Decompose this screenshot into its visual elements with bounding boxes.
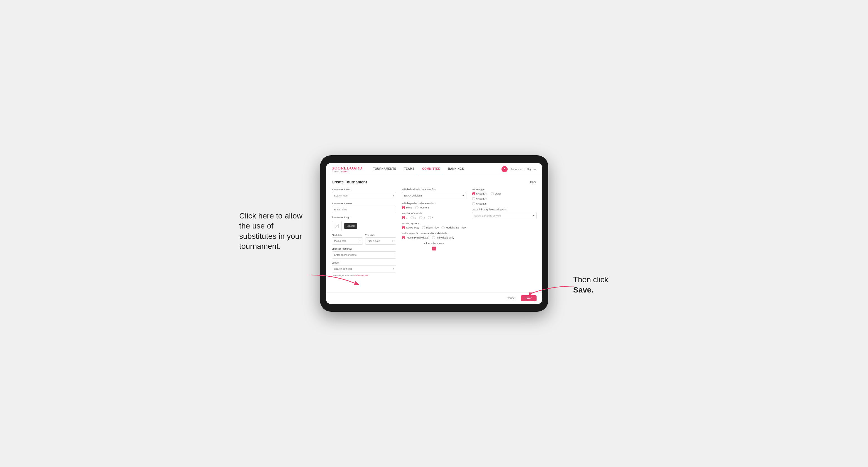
gender-options: Mens Womens [402, 206, 466, 209]
teams-radio[interactable] [402, 236, 405, 239]
tournament-name-input[interactable] [332, 206, 396, 213]
dropdown-icon: ▾ [393, 194, 394, 197]
format-other[interactable]: Other [491, 192, 501, 195]
page-content: Create Tournament Back Tournament Host ▾ [326, 175, 542, 292]
medal-match-play[interactable]: Medal Match Play [441, 226, 466, 229]
match-play-radio[interactable] [422, 226, 425, 229]
date-row: Start date ☐ End date ☐ [332, 234, 396, 245]
end-date-input[interactable] [365, 238, 396, 245]
event-for-options: Teams (+Individuals) Individuals Only [402, 236, 466, 239]
form-col2: Which division is the event for? NCAA Di… [402, 188, 466, 277]
gender-mens-radio[interactable] [402, 206, 405, 209]
format-5count4[interactable]: 5 count 4 [472, 192, 487, 195]
individuals-option[interactable]: Individuals Only [432, 236, 454, 239]
venue-email-link[interactable]: email support [354, 274, 368, 277]
sign-out-link[interactable]: Sign out [527, 168, 536, 170]
page-footer: Cancel Save [326, 292, 542, 304]
avatar: B [501, 166, 507, 172]
start-date-field: Start date ☐ [332, 234, 363, 245]
venue-input[interactable] [332, 265, 396, 273]
tournament-host-label: Tournament Host [332, 188, 396, 191]
teams-option[interactable]: Teams (+Individuals) [402, 236, 429, 239]
rounds-2[interactable]: 2 [410, 216, 416, 219]
rounds-options: 1 2 3 [402, 216, 466, 219]
sponsor-label: Sponsor (optional) [332, 247, 396, 250]
nav-links: TOURNAMENTS TEAMS COMMITTEE RANKINGS [369, 163, 501, 175]
scoring-service-select[interactable]: Select a scoring service [472, 212, 536, 219]
tournament-host-input[interactable] [332, 192, 396, 199]
tournament-host-field: Tournament Host ▾ [332, 188, 396, 199]
gender-womens-radio[interactable] [415, 206, 418, 209]
rounds-3-radio[interactable] [419, 216, 423, 219]
back-button[interactable]: Back [528, 181, 536, 184]
tournament-name-field: Tournament name [332, 202, 396, 213]
sponsor-input[interactable] [332, 251, 396, 258]
format-5count4-radio[interactable] [472, 192, 475, 195]
format-6count4[interactable]: 6 count 4 [472, 197, 536, 200]
rounds-2-radio[interactable] [410, 216, 414, 219]
venue-help: Can't find your venue? email support [332, 274, 396, 277]
tournament-name-label: Tournament name [332, 202, 396, 205]
allow-substitutes-field: Allow substitutes? ✓ [402, 242, 466, 250]
logo-text: SCOREBOARD [332, 166, 363, 170]
form-col1: Tournament Host ▾ Tournament name Tourna [332, 188, 396, 277]
rounds-field: Number of rounds 1 2 [402, 212, 466, 219]
scoring-system-options: Stroke Play Match Play Medal Match Play [402, 226, 466, 229]
logo-placeholder-icon [332, 221, 342, 231]
scoring-service-field: Use third-party live scoring API? Select… [472, 208, 536, 219]
nav-separator: | [524, 168, 525, 170]
nav-committee[interactable]: COMMITTEE [418, 163, 444, 175]
venue-field: Venue ▾ Can't find your venue? email sup… [332, 261, 396, 277]
cancel-button[interactable]: Cancel [504, 295, 518, 301]
venue-dropdown-icon: ▾ [393, 268, 394, 270]
rounds-1[interactable]: 1 [402, 216, 408, 219]
division-label: Which division is the event for? [402, 188, 466, 191]
scoring-system-field: Scoring system Stroke Play [402, 222, 466, 229]
nav-user: B blair admin | Sign out [501, 166, 536, 172]
nav-teams[interactable]: TEAMS [400, 163, 418, 175]
upload-button[interactable]: Upload [344, 223, 358, 229]
logo-area: SCOREBOARD Powered by clippd [332, 166, 363, 172]
event-for-label: Is this event for Teams and/or Individua… [402, 232, 466, 235]
rounds-label: Number of rounds [402, 212, 466, 215]
nav-bar: SCOREBOARD Powered by clippd TOURNAMENTS… [326, 163, 542, 175]
tournament-logo-label: Tournament logo [332, 216, 396, 219]
format-row-1: 5 count 4 Other [472, 192, 536, 195]
stroke-play-radio[interactable] [402, 226, 405, 229]
start-date-input[interactable] [332, 238, 363, 245]
annotation-right: Then click Save. [573, 275, 629, 295]
start-date-label: Start date [332, 234, 363, 237]
rounds-4[interactable]: 4 [428, 216, 434, 219]
stroke-play[interactable]: Stroke Play [402, 226, 419, 229]
rounds-3[interactable]: 3 [419, 216, 425, 219]
page-title: Create Tournament [332, 180, 367, 184]
nav-rankings[interactable]: RANKINGS [444, 163, 468, 175]
gender-womens[interactable]: Womens [415, 206, 429, 209]
individuals-radio[interactable] [432, 236, 435, 239]
gender-mens[interactable]: Mens [402, 206, 412, 209]
gender-label: Which gender is the event for? [402, 202, 466, 205]
division-select[interactable]: NCAA Division I [402, 192, 466, 199]
medal-match-play-radio[interactable] [441, 226, 445, 229]
rounds-1-radio[interactable] [402, 216, 405, 219]
format-6count5[interactable]: 6 count 5 [472, 202, 536, 206]
logo-powered: Powered by clippd [332, 170, 363, 172]
match-play[interactable]: Match Play [422, 226, 439, 229]
format-6count5-radio[interactable] [472, 202, 475, 206]
scoring-system-label: Scoring system [402, 222, 466, 225]
scoring-service-label: Use third-party live scoring API? [472, 208, 536, 211]
annotation-left: Click here to allow the use of substitut… [239, 211, 312, 252]
gender-field: Which gender is the event for? Mens [402, 202, 466, 209]
event-for-field: Is this event for Teams and/or Individua… [402, 232, 466, 239]
tablet-device: SCOREBOARD Powered by clippd TOURNAMENTS… [320, 155, 548, 312]
tournament-logo-field: Tournament logo Upload [332, 216, 396, 231]
rounds-4-radio[interactable] [428, 216, 431, 219]
venue-label: Venue [332, 261, 396, 264]
format-6count4-radio[interactable] [472, 197, 475, 200]
form-grid: Tournament Host ▾ Tournament name Tourna [332, 188, 536, 277]
format-other-radio[interactable] [491, 192, 494, 195]
allow-substitutes-checkbox[interactable]: ✓ [432, 247, 436, 250]
save-button[interactable]: Save [521, 295, 536, 301]
logo-upload-area: Upload [332, 221, 396, 231]
nav-tournaments[interactable]: TOURNAMENTS [369, 163, 400, 175]
